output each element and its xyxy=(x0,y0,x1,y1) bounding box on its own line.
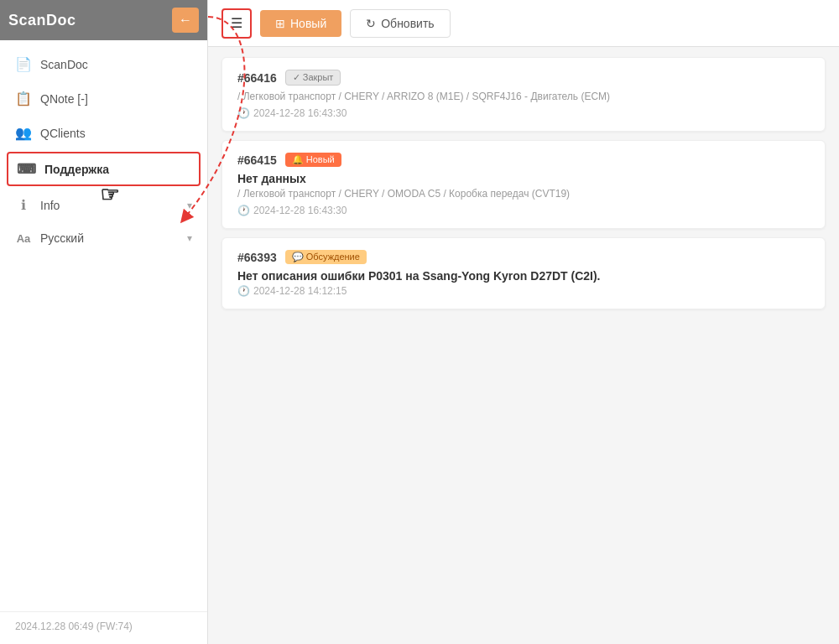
qnote-icon: 📋 xyxy=(15,91,32,106)
sidebar-item-label: Русский xyxy=(40,231,84,245)
ticket-title-2: Нет данных xyxy=(237,172,810,185)
ticket-time-3: 🕐 2024-12-28 14:12:15 xyxy=(237,285,810,297)
ticket-id-2: #66415 xyxy=(237,153,277,167)
clock-icon-3: 🕐 xyxy=(237,285,250,297)
ticket-badge-2: 🔔 Новый xyxy=(285,153,341,167)
sidebar-footer: 2024.12.28 06:49 (FW:74) xyxy=(0,611,207,644)
version-info: 2024.12.28 06:49 (FW:74) xyxy=(15,621,133,632)
clock-icon-2: 🕐 xyxy=(237,205,250,216)
sidebar-item-qclients[interactable]: 👥 QClients xyxy=(0,116,207,150)
sidebar-nav: 📄 ScanDoc 📋 QNote [-] 👥 QClients ⌨ Подде… xyxy=(0,40,207,611)
ticket-time-1: 🕐 2024-12-28 16:43:30 xyxy=(237,107,810,119)
ticket-card-2[interactable]: #66415 🔔 Новый Нет данных / Легковой тра… xyxy=(221,140,826,229)
sidebar-item-label: ScanDoc xyxy=(40,58,88,71)
ticket-time-value-2: 2024-12-28 16:43:30 xyxy=(253,205,347,216)
main-toolbar: ☰ ⊞ Новый ↻ Обновить xyxy=(208,0,839,47)
sidebar-item-label: Поддержка xyxy=(44,163,109,176)
refresh-button-label: Обновить xyxy=(381,17,434,30)
sidebar-item-language[interactable]: Aa Русский ▾ xyxy=(0,222,207,254)
ticket-header-3: #66393 💬 Обсуждение xyxy=(237,250,810,264)
ticket-header-1: #66416 ✓ Закрыт xyxy=(237,70,810,86)
ticket-badge-3: 💬 Обсуждение xyxy=(285,250,367,264)
sidebar-item-support[interactable]: ⌨ Поддержка ☞ xyxy=(7,152,201,186)
ticket-id-1: #66416 xyxy=(237,71,277,85)
ticket-id-3: #66393 xyxy=(237,251,277,264)
new-icon: ⊞ xyxy=(275,17,285,30)
tickets-list: #66416 ✓ Закрыт / Легковой транспорт / C… xyxy=(208,47,839,644)
ticket-path-1: / Легковой транспорт / CHERY / ARRIZO 8 … xyxy=(237,91,810,102)
sidebar-item-qnote[interactable]: 📋 QNote [-] xyxy=(0,81,207,116)
language-icon: Aa xyxy=(15,232,32,245)
new-button-label: Новый xyxy=(290,17,326,30)
sidebar-item-label: QNote [-] xyxy=(40,92,88,106)
app-logo: ScanDoc xyxy=(8,12,76,29)
scandoc-icon: 📄 xyxy=(15,56,32,72)
ticket-badge-1: ✓ Закрыт xyxy=(285,70,341,86)
ticket-header-2: #66415 🔔 Новый xyxy=(237,153,810,167)
menu-button[interactable]: ☰ xyxy=(221,8,252,39)
main-content: ☰ ⊞ Новый ↻ Обновить #66416 ✓ Закрыт / Л… xyxy=(208,0,839,644)
ticket-time-2: 🕐 2024-12-28 16:43:30 xyxy=(237,205,810,216)
qclients-icon: 👥 xyxy=(15,125,32,141)
ticket-path-2: / Легковой транспорт / CHERY / OMODA C5 … xyxy=(237,188,810,200)
chevron-down-icon: ▾ xyxy=(187,232,192,244)
chevron-down-icon: ▾ xyxy=(187,200,192,211)
clock-icon-1: 🕐 xyxy=(237,107,250,119)
ticket-time-value-1: 2024-12-28 16:43:30 xyxy=(253,107,347,119)
refresh-icon: ↻ xyxy=(366,17,376,30)
sidebar-item-info[interactable]: ℹ Info ▾ xyxy=(0,188,207,222)
back-button[interactable]: ← xyxy=(172,8,199,33)
new-ticket-button[interactable]: ⊞ Новый xyxy=(260,10,341,37)
ticket-time-value-3: 2024-12-28 14:12:15 xyxy=(253,285,347,297)
sidebar-item-label: QClients xyxy=(40,127,86,140)
sidebar-item-scandoc[interactable]: 📄 ScanDoc xyxy=(0,47,207,81)
ticket-card-1[interactable]: #66416 ✓ Закрыт / Легковой транспорт / C… xyxy=(221,57,826,132)
ticket-card-3[interactable]: #66393 💬 Обсуждение Нет описания ошибки … xyxy=(221,237,826,309)
info-icon: ℹ xyxy=(15,197,32,213)
refresh-button[interactable]: ↻ Обновить xyxy=(350,9,450,38)
ticket-title-3: Нет описания ошибки P0301 на Ssang-Yong … xyxy=(237,269,810,283)
support-icon: ⌨ xyxy=(17,161,36,177)
sidebar-item-label: Info xyxy=(40,199,60,212)
sidebar-header: ScanDoc ← xyxy=(0,0,207,40)
